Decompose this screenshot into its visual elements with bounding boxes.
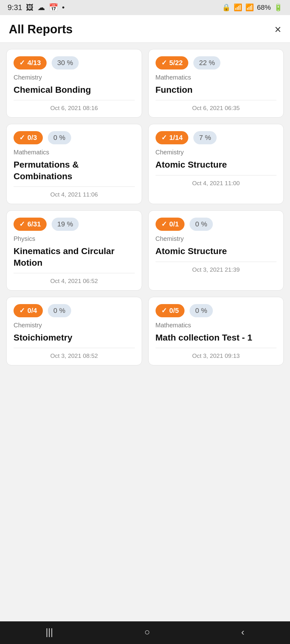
card-title: Function (156, 84, 277, 96)
dot-icon: • (62, 3, 65, 12)
report-card[interactable]: ✓ 4/13 30 % Chemistry Chemical Bonding O… (6, 49, 142, 118)
return-icon[interactable]: ‹ (241, 627, 244, 637)
check-icon: ✓ (161, 220, 167, 228)
card-subject: Chemistry (156, 149, 277, 156)
card-title: Atomic Structure (156, 246, 277, 257)
card-title: Chemical Bonding (14, 84, 135, 96)
score-value: 0/4 (27, 307, 37, 315)
home-icon[interactable]: ○ (144, 627, 150, 637)
check-icon: ✓ (19, 220, 25, 228)
score-badge: ✓ 0/5 (156, 304, 185, 317)
card-date: Oct 3, 2021 21:39 (156, 266, 277, 273)
score-badge: ✓ 0/3 (14, 131, 43, 144)
card-top-row: ✓ 0/5 0 % (156, 304, 277, 317)
report-card[interactable]: ✓ 0/4 0 % Chemistry Stoichiometry Oct 3,… (6, 297, 142, 365)
card-divider (156, 100, 277, 100)
score-badge: ✓ 6/31 (14, 218, 47, 231)
card-top-row: ✓ 5/22 22 % (156, 56, 277, 69)
score-value: 4/13 (27, 59, 41, 67)
page-header: All Reports × (0, 15, 290, 43)
score-badge: ✓ 0/1 (156, 218, 185, 231)
battery-text: 68% (257, 3, 271, 12)
card-date: Oct 6, 2021 06:35 (156, 105, 277, 112)
card-divider (14, 186, 135, 187)
card-divider (14, 348, 135, 348)
status-time: 9:31 (8, 3, 22, 12)
report-card[interactable]: ✓ 0/3 0 % Mathematics Permutations & Com… (6, 124, 142, 204)
check-icon: ✓ (161, 59, 167, 67)
card-subject: Mathematics (156, 74, 277, 81)
card-top-row: ✓ 0/1 0 % (156, 218, 277, 231)
card-subject: Mathematics (156, 322, 277, 329)
score-value: 0/1 (169, 220, 179, 228)
calendar-icon: 📅 (49, 3, 58, 12)
card-divider (156, 262, 277, 262)
card-divider (156, 348, 277, 348)
card-title: Math collection Test - 1 (156, 332, 277, 343)
card-divider (14, 273, 135, 273)
score-badge: ✓ 0/4 (14, 304, 43, 317)
card-divider (14, 100, 135, 100)
score-value: 0/5 (169, 307, 179, 315)
percent-badge: 19 % (52, 218, 79, 231)
card-top-row: ✓ 1/14 7 % (156, 131, 277, 144)
check-icon: ✓ (19, 59, 25, 67)
percent-badge: 7 % (193, 131, 217, 144)
card-subject: Chemistry (14, 322, 135, 329)
image-icon: 🖼 (26, 3, 34, 12)
percent-badge: 0 % (48, 304, 71, 317)
card-subject: Chemistry (156, 235, 277, 242)
score-badge: ✓ 1/14 (156, 131, 189, 144)
wifi-icon: 📶 (234, 3, 242, 12)
score-value: 6/31 (27, 220, 41, 228)
check-icon: ✓ (19, 134, 25, 142)
score-badge: ✓ 4/13 (14, 56, 47, 69)
card-divider (156, 175, 277, 175)
percent-badge: 0 % (48, 131, 71, 144)
lock-icon: 🔒 (222, 3, 230, 12)
card-subject: Physics (14, 235, 135, 242)
report-card[interactable]: ✓ 0/5 0 % Mathematics Math collection Te… (148, 297, 284, 365)
percent-badge: 22 % (193, 56, 220, 69)
card-subject: Chemistry (14, 74, 135, 81)
score-value: 1/14 (169, 134, 183, 142)
card-title: Stoichiometry (14, 332, 135, 343)
signal-icon: 📶 (245, 3, 254, 12)
page-title: All Reports (9, 23, 73, 36)
check-icon: ✓ (161, 307, 167, 315)
percent-badge: 30 % (52, 56, 79, 69)
card-top-row: ✓ 6/31 19 % (14, 218, 135, 231)
percent-badge: 0 % (190, 304, 213, 317)
check-icon: ✓ (161, 134, 167, 142)
card-top-row: ✓ 0/4 0 % (14, 304, 135, 317)
card-date: Oct 3, 2021 08:52 (14, 353, 135, 359)
report-card[interactable]: ✓ 0/1 0 % Chemistry Atomic Structure Oct… (148, 210, 284, 291)
score-badge: ✓ 5/22 (156, 56, 189, 69)
card-subject: Mathematics (14, 149, 135, 156)
card-top-row: ✓ 0/3 0 % (14, 131, 135, 144)
card-date: Oct 4, 2021 11:06 (14, 191, 135, 198)
card-date: Oct 6, 2021 08:16 (14, 105, 135, 112)
score-value: 0/3 (27, 134, 37, 142)
back-icon[interactable]: ||| (46, 627, 53, 637)
check-icon: ✓ (19, 307, 25, 315)
report-card[interactable]: ✓ 6/31 19 % Physics Kinematics and Circu… (6, 210, 142, 291)
report-card[interactable]: ✓ 5/22 22 % Mathematics Function Oct 6, … (148, 49, 284, 118)
card-date: Oct 4, 2021 11:00 (156, 180, 277, 187)
reports-grid: ✓ 4/13 30 % Chemistry Chemical Bonding O… (6, 49, 284, 365)
report-card[interactable]: ✓ 1/14 7 % Chemistry Atomic Structure Oc… (148, 124, 284, 204)
card-date: Oct 4, 2021 06:52 (14, 278, 135, 285)
content-area: ✓ 4/13 30 % Chemistry Chemical Bonding O… (0, 43, 290, 621)
cloud-icon: ☁ (37, 3, 45, 12)
card-date: Oct 3, 2021 09:13 (156, 353, 277, 359)
card-top-row: ✓ 4/13 30 % (14, 56, 135, 69)
card-title: Kinematics and Circular Motion (14, 246, 135, 269)
status-right: 🔒 📶 📶 68% 🔋 (222, 3, 282, 12)
bottom-nav: ||| ○ ‹ (0, 621, 290, 644)
card-title: Permutations & Combinations (14, 159, 135, 182)
close-button[interactable]: × (275, 24, 281, 35)
status-bar: 9:31 🖼 ☁ 📅 • 🔒 📶 📶 68% 🔋 (0, 0, 290, 15)
status-left: 9:31 🖼 ☁ 📅 • (8, 3, 65, 12)
percent-badge: 0 % (190, 218, 213, 231)
card-title: Atomic Structure (156, 159, 277, 170)
